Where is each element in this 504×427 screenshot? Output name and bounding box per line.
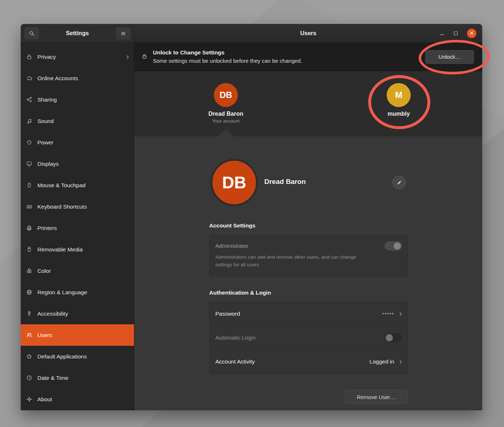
sidebar-item-label: About	[37, 396, 52, 403]
page-title: Users	[134, 30, 482, 37]
close-button[interactable]: ✕	[467, 29, 476, 38]
automatic-login-row: Automatic Login	[210, 326, 408, 350]
accessibility-icon	[26, 311, 32, 317]
unlock-banner: Unlock to Change Settings Some settings …	[134, 43, 482, 71]
headerbar: Users – ✕	[134, 24, 482, 43]
sidebar-item-online-accounts[interactable]: Online Accounts	[21, 67, 134, 89]
sidebar-item-label: Removable Media	[37, 246, 83, 253]
chevron-right-icon: ›	[399, 358, 402, 366]
desktop: Settings Privacy › Online Accounts	[0, 0, 504, 427]
sidebar-item-region-language[interactable]: Region & Language	[21, 282, 134, 303]
sidebar-item-label: Displays	[37, 161, 59, 167]
carousel-user-dread-baron[interactable]: DB Dread Baron Your account	[200, 83, 251, 124]
password-label: Password	[215, 311, 240, 317]
sidebar-item-label: Color	[37, 268, 51, 274]
lock-icon	[142, 53, 147, 61]
account-settings-heading: Account Settings	[209, 222, 255, 229]
minimize-button[interactable]: –	[439, 31, 444, 36]
avatar: DB	[214, 83, 238, 107]
unlock-banner-title: Unlock to Change Settings	[153, 49, 302, 57]
account-activity-label: Account Activity	[215, 358, 255, 365]
maximize-button[interactable]	[454, 32, 458, 35]
sidebar-item-color[interactable]: Color	[21, 260, 134, 282]
unlock-button[interactable]: Unlock…	[425, 50, 474, 64]
sidebar-item-removable-media[interactable]: Removable Media	[21, 239, 134, 260]
hamburger-menu-button[interactable]	[116, 28, 130, 39]
sidebar-item-users[interactable]: Users	[21, 324, 134, 346]
administrator-card: Administrator Administrators can add and…	[209, 235, 408, 276]
printer-icon	[26, 225, 32, 231]
sidebar-item-mouse-touchpad[interactable]: Mouse & Touchpad	[21, 175, 134, 196]
unlock-banner-subtitle: Some settings must be unlocked before th…	[153, 57, 302, 65]
sidebar-item-accessibility[interactable]: Accessibility	[21, 303, 134, 324]
toggle-knob	[394, 242, 401, 250]
automatic-login-label: Automatic Login	[215, 334, 256, 341]
sidebar-item-printers[interactable]: Printers	[21, 217, 134, 239]
hamburger-icon	[120, 30, 126, 37]
profile-name: Dread Baron	[264, 178, 306, 186]
main-panel: Users – ✕ Unlock to Change Settings Some…	[134, 24, 482, 410]
search-button[interactable]	[25, 28, 38, 39]
account-activity-row[interactable]: Account Activity Logged in ›	[210, 350, 408, 374]
sparkle-icon	[26, 396, 32, 403]
administrator-description: Administrators can add and remove other …	[210, 253, 408, 275]
sidebar-item-displays[interactable]: Displays	[21, 153, 134, 175]
chevron-right-icon: ›	[399, 310, 402, 318]
settings-window: Settings Privacy › Online Accounts	[21, 24, 482, 410]
auth-login-card: Password ••••• › Automatic Login Acco	[209, 301, 408, 374]
account-activity-value: Logged in	[370, 358, 394, 365]
mouse-icon	[26, 182, 32, 189]
user-name: Dread Baron	[200, 111, 251, 117]
maximize-icon	[454, 32, 458, 35]
clock-icon	[26, 375, 32, 381]
user-carousel: DB Dread Baron Your account M mumbly	[134, 71, 482, 136]
toggle-knob	[386, 334, 393, 341]
sidebar-item-label: Sharing	[37, 97, 57, 103]
sidebar-item-power[interactable]: Power	[21, 132, 134, 153]
chevron-right-icon: ›	[126, 53, 129, 61]
star-icon	[26, 353, 32, 360]
sidebar-item-label: Users	[37, 332, 52, 338]
share-icon	[26, 97, 32, 103]
sidebar-item-about[interactable]: About	[21, 389, 134, 410]
sidebar-item-privacy[interactable]: Privacy ›	[21, 46, 134, 67]
sidebar-item-label: Sound	[37, 118, 54, 124]
pencil-icon	[397, 180, 402, 185]
remove-user-button[interactable]: Remove User…	[345, 390, 408, 404]
sidebar-item-label: Printers	[37, 225, 57, 231]
sidebar-item-label: Power	[37, 139, 53, 146]
sidebar-header: Settings	[21, 24, 134, 43]
sidebar-item-sharing[interactable]: Sharing	[21, 89, 134, 110]
sidebar-item-label: Privacy	[37, 54, 56, 60]
administrator-label: Administrator	[215, 243, 248, 249]
administrator-toggle[interactable]	[385, 241, 402, 251]
sidebar-item-label: Region & Language	[37, 289, 87, 296]
flash-drive-icon	[26, 246, 32, 253]
edit-name-button[interactable]	[392, 176, 406, 189]
password-row[interactable]: Password ••••• ›	[210, 302, 408, 326]
profile-avatar[interactable]: DB	[211, 159, 258, 206]
color-wheel-icon	[26, 268, 32, 274]
sidebar-item-keyboard-shortcuts[interactable]: Keyboard Shortcuts	[21, 196, 134, 217]
window-controls: – ✕	[439, 29, 482, 38]
sidebar-item-date-time[interactable]: Date & Time	[21, 367, 134, 389]
music-note-icon	[26, 118, 32, 124]
cloud-icon	[26, 75, 32, 82]
user-subtitle: Your account	[200, 118, 251, 124]
selected-user-notch	[218, 129, 234, 136]
sidebar: Settings Privacy › Online Accounts	[21, 24, 134, 410]
users-icon	[26, 332, 32, 338]
automatic-login-toggle[interactable]	[385, 333, 402, 342]
globe-icon	[26, 289, 32, 296]
password-dots: •••••	[382, 311, 394, 316]
auth-login-heading: Authentication & Login	[209, 290, 271, 296]
monitor-icon	[26, 161, 32, 167]
sidebar-item-label: Online Accounts	[37, 75, 78, 82]
power-icon	[26, 139, 32, 146]
sidebar-item-default-applications[interactable]: Default Applications	[21, 346, 134, 367]
lock-icon	[26, 54, 32, 60]
sidebar-item-sound[interactable]: Sound	[21, 110, 134, 132]
carousel-user-mumbly[interactable]: M mumbly	[373, 83, 424, 118]
user-detail-panel: DB Dread Baron Account Settings Administ…	[134, 136, 482, 410]
sidebar-item-label: Mouse & Touchpad	[37, 182, 85, 189]
